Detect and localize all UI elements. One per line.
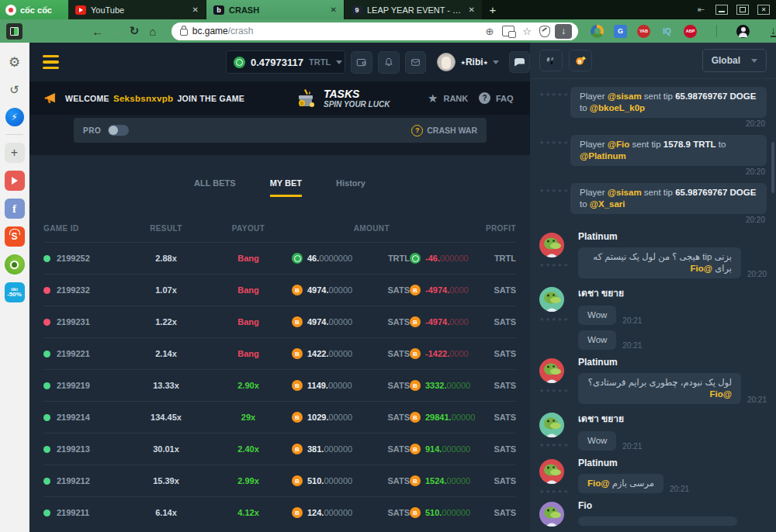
balance-currency: TRTL [309, 57, 331, 67]
lock-icon[interactable] [180, 29, 188, 36]
status-dot-icon [43, 287, 50, 294]
pro-toggle[interactable] [108, 125, 129, 136]
table-row[interactable]: 219921913.33x2.90xB1149.00000SATSB3332.0… [43, 369, 516, 401]
mention[interactable]: @Fio [608, 140, 629, 149]
tab-all-bets[interactable]: ALL BETS [194, 178, 236, 197]
tab-close-icon[interactable]: ✕ [469, 5, 475, 14]
translate-icon[interactable] [502, 26, 514, 36]
url-path: /crash [228, 26, 254, 36]
mention[interactable]: @Platinum [580, 151, 626, 161]
balance-selector[interactable]: 0.47973117 TRTL [226, 50, 345, 74]
hamburger-menu-icon[interactable] [43, 55, 59, 70]
coin-flame-icon: B [574, 55, 587, 66]
tiki-shortcut-icon[interactable]: tiki -50% [5, 282, 25, 302]
shield-icon[interactable] [539, 26, 550, 37]
browser-tab-leap[interactable]: 9LEAP YEAR EVENT - □Event -✕ [345, 0, 483, 19]
minimize-button[interactable] [715, 5, 728, 15]
table-row[interactable]: 219921330.01x2.40xB381.000000SATSB914.00… [43, 433, 516, 465]
messenger-icon[interactable]: ⚡ [5, 108, 24, 126]
wallet-button[interactable] [351, 51, 372, 74]
avatar[interactable] [539, 502, 564, 527]
tab-history[interactable]: History [336, 178, 365, 197]
tab-title: CRASH [229, 5, 326, 15]
user-menu[interactable]: ٭Ribi٭ [437, 53, 499, 71]
facebook-shortcut-icon[interactable]: f [5, 199, 25, 219]
chevron-down-icon [336, 60, 342, 64]
crash-war-link[interactable]: ? CRASH WAR [411, 125, 477, 136]
tasks-widget[interactable]: 0 TASKS SPIN YOUR LUCK [295, 81, 390, 115]
notifications-button[interactable] [378, 51, 400, 74]
avatar[interactable] [539, 233, 564, 257]
mention[interactable]: @sisam [608, 188, 642, 197]
settings-gear-icon[interactable]: ⚙ [5, 52, 25, 72]
avatar[interactable] [539, 459, 564, 484]
tab-close-icon[interactable]: ✕ [192, 5, 199, 14]
url-host: bc.game [192, 26, 228, 36]
table-row[interactable]: 21992522.88xBang46.0000000TRTL-46.000000… [43, 242, 516, 274]
rain-button[interactable] [539, 50, 563, 71]
downloads-icon[interactable]: ↓ [771, 26, 776, 37]
google-translate-extension-icon[interactable]: G [614, 25, 627, 38]
money-decimals: 00000 [328, 381, 352, 390]
tab-close-icon[interactable]: ✕ [331, 5, 337, 14]
avatar[interactable] [539, 358, 564, 383]
adblock-extension-icon[interactable]: ABP [684, 25, 697, 38]
tab-my-bet[interactable]: MY BET [270, 178, 302, 197]
money-value: -46.000000 [425, 254, 469, 263]
shopee-shortcut-icon[interactable]: S [5, 226, 25, 247]
table-row[interactable]: 2199214134.45x29xB1029.00000SATSB29841.0… [43, 401, 516, 433]
bookmark-star-icon[interactable]: ☆ [519, 26, 535, 37]
browser-profile-avatar[interactable] [736, 25, 750, 38]
table-row[interactable]: 21992321.07xBangB4974.00000SATSB-4974.00… [43, 274, 516, 306]
rank-link[interactable]: ★ RANK [428, 81, 468, 115]
close-button[interactable]: ✕ [757, 5, 770, 15]
chat-toggle-button[interactable] [509, 51, 530, 73]
forward-icon[interactable]: → [107, 25, 126, 38]
back-icon[interactable]: ← [88, 25, 107, 38]
money-value: 914.000000 [425, 444, 470, 454]
new-tab-button[interactable]: + [483, 0, 503, 19]
add-shortcut-button[interactable]: + [5, 143, 25, 163]
faq-link[interactable]: ? FAQ [479, 81, 514, 115]
zoom-plus-icon[interactable]: ⊕ [482, 26, 497, 37]
browser-tab-youtube[interactable]: YouTube✕ [68, 0, 206, 19]
money-value: -4974.0000 [425, 285, 469, 295]
coccoc-brand[interactable]: cốc cốc [0, 0, 68, 19]
history-icon[interactable]: ↺ [5, 80, 25, 100]
status-dot-icon [43, 478, 50, 485]
restore-button[interactable] [736, 5, 749, 15]
sidebar-toggle-icon[interactable] [6, 23, 23, 40]
download-page-button[interactable]: ↓ [555, 24, 572, 39]
table-row[interactable]: 21992212.14xBangB1422.00000SATSB-1422.00… [43, 337, 516, 369]
tip-message-bubble: Player @Fio sent tip 1578.9 TRTL to @Pla… [570, 135, 767, 166]
pin-window-icon[interactable]: ⇤ [698, 5, 705, 15]
mention[interactable]: @X_sari [590, 199, 625, 209]
game-id-value: 2199211 [57, 508, 89, 517]
chat-scrollbar[interactable] [771, 142, 774, 193]
address-bar[interactable]: bc.game/crash ⊕ ☆ ↓ [171, 22, 578, 40]
chevron-down-icon [493, 60, 499, 64]
avatar[interactable] [539, 287, 564, 312]
yab-extension-icon[interactable]: YAB [637, 25, 650, 38]
reload-icon[interactable]: ↻ [125, 24, 144, 38]
chat-messages: ★★★★★Player @sisam sent tip 65.98769767 … [530, 79, 776, 527]
iq-extension-icon[interactable]: IQ [660, 25, 674, 38]
youtube-shortcut-icon[interactable] [5, 171, 25, 191]
chat-channel-dropdown[interactable]: Global [702, 49, 767, 72]
mention[interactable]: @Fio [710, 389, 732, 399]
table-row[interactable]: 219921215.39x2.99xB510.000000SATSB1524.0… [43, 465, 516, 496]
coccoc-wheel-extension-icon[interactable] [591, 25, 604, 38]
table-row[interactable]: 21992116.14x4.12xB124.000000SATSB510.000… [43, 496, 516, 528]
table-row[interactable]: 21992311.22xBangB4974.00000SATSB-4974.00… [43, 306, 516, 337]
home-icon[interactable]: ⌂ [144, 25, 162, 38]
tip-button[interactable]: B [569, 50, 592, 71]
mention[interactable]: @Fio [587, 478, 609, 488]
mention[interactable]: @Fio [691, 264, 712, 273]
coccoc-capture-icon[interactable] [5, 254, 25, 275]
browser-tab-bcgame[interactable]: bCRASH✕ [206, 0, 345, 19]
mention[interactable]: @bkoeL_k0p [590, 103, 645, 112]
mention[interactable]: @sisam [608, 92, 642, 101]
messages-button[interactable] [405, 51, 427, 74]
bell-icon [383, 57, 394, 67]
avatar[interactable] [539, 413, 564, 437]
